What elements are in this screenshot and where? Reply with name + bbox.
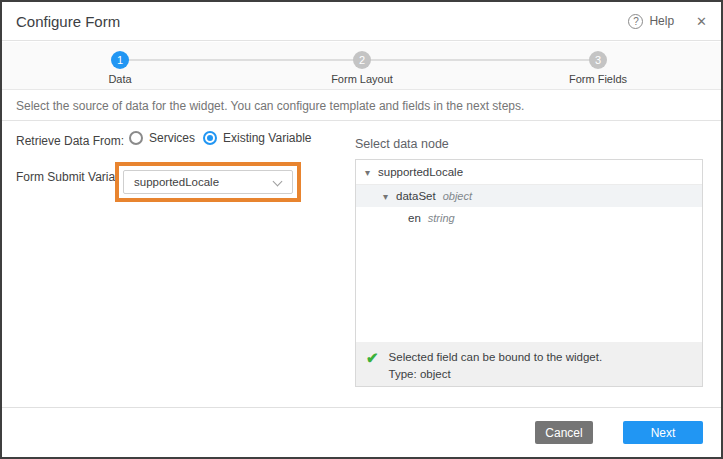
tree-node-type: object <box>443 190 472 202</box>
tree-node-dataset[interactable]: ▾ dataSet object <box>356 185 702 207</box>
close-icon[interactable]: ✕ <box>696 14 707 29</box>
radio-services[interactable]: Services <box>129 131 195 145</box>
tree-node-label: en <box>408 212 421 224</box>
retrieve-data-from-label: Retrieve Data From: <box>16 134 124 148</box>
tree-node-supportedlocale[interactable]: ▾ supportedLocale <box>356 160 702 185</box>
binding-status-type: Type: object <box>389 366 603 383</box>
dialog-content: Retrieve Data From: Services Existing Va… <box>2 122 721 406</box>
step-3-label: Form Fields <box>569 73 627 85</box>
caret-down-icon[interactable]: ▾ <box>383 191 388 202</box>
binding-status-message: Selected field can be bound to the widge… <box>389 349 603 366</box>
radio-services-circle[interactable] <box>129 131 143 145</box>
data-node-tree: ▾ supportedLocale ▾ dataSet object en st… <box>355 159 703 387</box>
instruction-text: Select the source of data for the widget… <box>16 99 524 113</box>
tree-node-en[interactable]: en string <box>356 207 702 229</box>
step-1-label: Data <box>108 73 131 85</box>
binding-status-text: Selected field can be bound to the widge… <box>389 348 603 380</box>
next-button[interactable]: Next <box>623 421 703 444</box>
header-actions: ? Help ✕ <box>628 14 707 29</box>
radio-services-label: Services <box>149 131 195 145</box>
help-label: Help <box>649 14 674 28</box>
step-2-indicator[interactable]: 2 <box>353 51 371 69</box>
instruction-band: Select the source of data for the widget… <box>2 91 721 121</box>
configure-form-dialog: Configure Form ? Help ✕ 1 2 3 Data Form … <box>0 0 723 459</box>
radio-existing-variable[interactable]: Existing Variable <box>203 131 312 145</box>
cancel-button[interactable]: Cancel <box>535 421 593 444</box>
step-2-label: Form Layout <box>331 73 393 85</box>
stepper: 1 2 3 Data Form Layout Form Fields <box>2 42 721 90</box>
chevron-down-icon <box>273 177 283 187</box>
tree-node-label: supportedLocale <box>378 166 463 178</box>
tree-node-type: string <box>428 212 455 224</box>
select-data-node-title: Select data node <box>355 137 449 151</box>
caret-down-icon[interactable]: ▾ <box>365 167 370 178</box>
tree-node-label: dataSet <box>396 190 436 202</box>
page-title: Configure Form <box>16 13 120 30</box>
help-button[interactable]: ? Help <box>628 14 674 29</box>
retrieve-data-radio-group: Services Existing Variable <box>129 131 312 145</box>
check-icon: ✔ <box>366 348 379 380</box>
dialog-header: Configure Form ? Help ✕ <box>2 2 721 41</box>
form-submit-variable-value: supportedLocale <box>134 176 219 188</box>
form-submit-variable-select[interactable]: supportedLocale <box>123 170 293 194</box>
annotation-highlight: supportedLocale <box>115 162 301 202</box>
dialog-footer: Cancel Next <box>2 407 721 457</box>
help-icon: ? <box>628 14 643 29</box>
radio-existing-variable-label: Existing Variable <box>223 131 312 145</box>
step-1-indicator[interactable]: 1 <box>111 51 129 69</box>
radio-existing-variable-circle[interactable] <box>203 131 217 145</box>
step-3-indicator[interactable]: 3 <box>589 51 607 69</box>
binding-status: ✔ Selected field can be bound to the wid… <box>356 342 702 386</box>
